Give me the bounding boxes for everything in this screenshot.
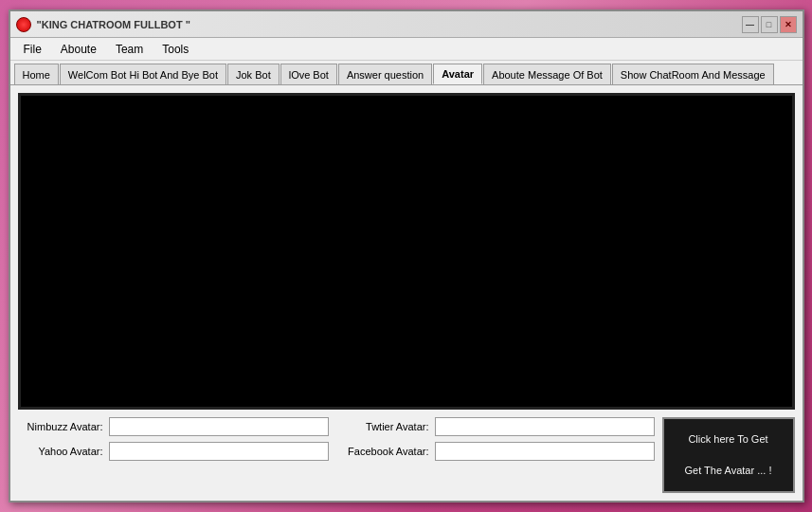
titlebar: "KING CHATROOM FULLBOT " — □ ✕ xyxy=(10,11,803,38)
tab-showchat[interactable]: Show ChatRoom And Message xyxy=(612,64,774,84)
tab-answer[interactable]: Answer question xyxy=(338,64,432,84)
tab-jok[interactable]: Jok Bot xyxy=(227,64,280,84)
menu-item-team[interactable]: Team xyxy=(106,41,153,58)
window-controls: — □ ✕ xyxy=(742,16,797,33)
nimbuzz-input[interactable] xyxy=(109,417,329,436)
close-button[interactable]: ✕ xyxy=(780,16,797,33)
facebook-label: Facebook Avatar: xyxy=(344,446,429,457)
form-fields: Nimbuzz Avatar: Twtier Avatar: Yahoo Ava… xyxy=(18,417,655,461)
main-window: "KING CHATROOM FULLBOT " — □ ✕ FileAbout… xyxy=(9,9,804,503)
window-title: "KING CHATROOM FULLBOT " xyxy=(37,19,190,30)
facebook-input[interactable] xyxy=(435,442,655,461)
content-area: Nimbuzz Avatar: Twtier Avatar: Yahoo Ava… xyxy=(10,85,803,501)
form-row-2: Yahoo Avatar: Facebook Avatar: xyxy=(18,442,655,461)
tab-avatar[interactable]: Avatar xyxy=(433,64,482,84)
menu-item-file[interactable]: File xyxy=(14,41,51,58)
form-area: Nimbuzz Avatar: Twtier Avatar: Yahoo Ava… xyxy=(18,417,795,493)
facebook-group: Facebook Avatar: xyxy=(344,442,655,461)
tab-welcom[interactable]: WelCom Bot Hi Bot And Bye Bot xyxy=(60,64,226,84)
nimbuzz-label: Nimbuzz Avatar: xyxy=(18,421,103,432)
app-icon xyxy=(16,17,31,32)
yahoo-input[interactable] xyxy=(109,442,329,461)
display-area xyxy=(18,93,795,410)
yahoo-group: Yahoo Avatar: xyxy=(18,442,329,461)
twitter-input[interactable] xyxy=(435,417,655,436)
minimize-button[interactable]: — xyxy=(742,16,759,33)
menu-item-aboute[interactable]: Aboute xyxy=(51,41,106,58)
maximize-button[interactable]: □ xyxy=(761,16,778,33)
form-row-1: Nimbuzz Avatar: Twtier Avatar: xyxy=(18,417,655,436)
menubar: FileAbouteTeamTools xyxy=(10,38,803,61)
twitter-group: Twtier Avatar: xyxy=(344,417,655,436)
menu-item-tools[interactable]: Tools xyxy=(153,41,198,58)
titlebar-left: "KING CHATROOM FULLBOT " xyxy=(16,17,190,32)
tabbar: HomeWelCom Bot Hi Bot And Bye BotJok Bot… xyxy=(10,61,803,85)
yahoo-label: Yahoo Avatar: xyxy=(18,446,103,457)
get-avatar-button[interactable]: Click here To Get Get The Avatar ... ! xyxy=(662,417,795,493)
twitter-label: Twtier Avatar: xyxy=(344,421,429,432)
tab-love[interactable]: lOve Bot xyxy=(280,64,337,84)
get-avatar-text: Click here To Get Get The Avatar ... ! xyxy=(685,431,772,479)
nimbuzz-group: Nimbuzz Avatar: xyxy=(18,417,329,436)
tab-aboutemsg[interactable]: Aboute Message Of Bot xyxy=(483,64,611,84)
tab-home[interactable]: Home xyxy=(14,64,59,84)
